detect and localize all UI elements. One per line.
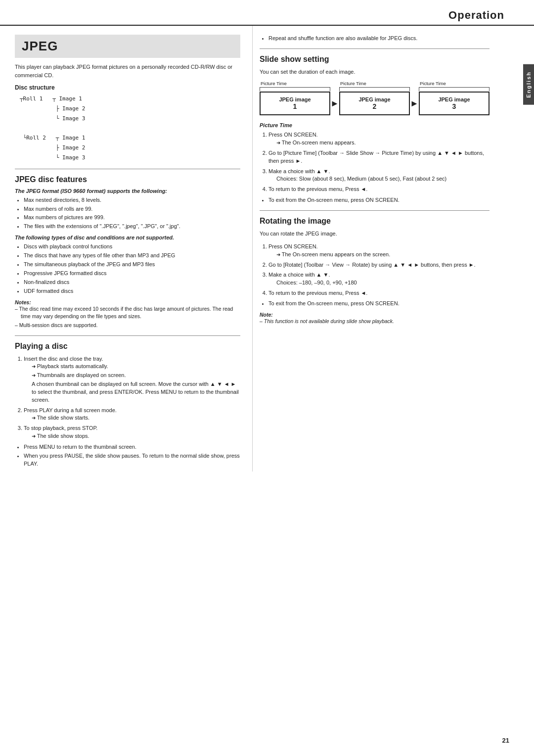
playing-arrow-1b: Thumbnails are displayed on screen. [24,372,240,379]
playing-step-3: To stop playback, press STOP. The slide … [24,424,240,440]
picture-time-diagram: Picture Time Picture Time Picture Time [260,81,490,115]
note-item: The disc read time may exceed 10 seconds… [15,305,240,320]
repeat-shuffle-item: Repeat and shuffle function are also ava… [268,35,490,43]
left-column: JPEG This player can playback JPEG forma… [15,26,252,472]
page-number: 21 [502,737,509,744]
jpeg-section-title: JPEG [15,35,240,58]
rotating-note-list: This function is not available during sl… [260,318,490,325]
features-list: Max nested directories, 8 levels. Max nu… [15,196,240,231]
not-supported-list: Discs with playback control functions Th… [15,243,240,295]
picture-time-steps-list: Press ON SCREEN. The On-screen menu appe… [260,131,490,193]
rotating-bullet: To exit from the On-screen menu, press O… [268,300,490,308]
not-supported-italic-bold: The following types of disc and conditio… [15,235,240,240]
rotating-title: Rotating the image [260,217,490,226]
notes-title: Notes: [15,299,31,305]
rotating-indent-3: Choices: –180, –90, 0, +90, +180 [268,279,490,287]
pt-arrow-text-1: The On-screen menu appears. [268,139,490,147]
pt-step-3: Make a choice with ▲ ▼. Choices: Slow (a… [268,167,490,183]
rotating-steps-list: Press ON SCREEN. The On-screen menu appe… [260,242,490,297]
notes-list: The disc read time may exceed 10 seconds… [15,305,240,330]
playing-bullet-2: When you press PAUSE, the slide show pau… [24,452,240,468]
rotating-note-title: Note: [260,312,273,318]
list-item: UDF formatted discs [24,287,240,295]
disc-structure-tree: ┬Roll 1 ┬ Image 1 ├ Image 2 └ Image 3 └R… [20,94,240,163]
playing-arrow-1a: Playback starts automatically. [24,363,240,371]
list-item: The simultaneous playback of the JPEG an… [24,261,240,269]
divider-3 [260,48,490,49]
playing-steps-list: Insert the disc and close the tray. Play… [15,355,240,440]
repeat-shuffle-list: Repeat and shuffle function are also ava… [260,35,490,43]
rotating-arrow-1: The On-screen menu appears on the screen… [268,251,490,259]
disc-structure-heading: Disc structure [15,84,240,91]
rotating-intro: You can rotate the JPEG image. [260,230,490,238]
rotating-note-section: Note: This function is not available dur… [260,312,490,325]
pt-arrow-2: ► [410,92,419,115]
picture-time-bullet: To exit from the On-screen menu, press O… [268,196,490,204]
pt-arrow-1: ► [330,92,339,115]
slide-show-intro: You can set the duration of each image. [260,68,490,76]
picture-time-images-row: JPEG image 1 ► JPEG image 2 ► JPEG image… [260,92,490,115]
playing-step-1: Insert the disc and close the tray. Play… [24,355,240,404]
playing-arrow-2a: The slide show starts. [24,414,240,422]
english-tab: English [523,64,534,105]
jpeg-intro: This player can playback JPEG format pic… [15,63,240,79]
page: Operation English JPEG This player can p… [0,0,534,756]
jpeg-disc-features-title: JPEG disc features [15,175,240,184]
pt-label-3: Picture Time [419,81,490,86]
rotating-note-item: This function is not available during sl… [260,318,490,325]
picture-time-labels-row: Picture Time Picture Time Picture Time [260,81,490,86]
pt-step-4: To return to the previous menu, Press ◄. [268,185,490,193]
playing-bullets: Press MENU to return to the thumbnail sc… [15,443,240,468]
notes-section: Notes: The disc read time may exceed 10 … [15,299,240,330]
divider-1 [15,169,240,169]
rotating-step-4: To return to the previous menu, Press ◄. [268,289,490,297]
jpeg-image-box-3: JPEG image 3 [419,92,490,115]
slide-show-title: Slide show setting [260,55,490,64]
jpeg-image-box-2: JPEG image 2 [339,92,410,115]
pt-label-1: Picture Time [260,81,330,86]
playing-indent-1: A chosen thumbnail can be displayed on f… [24,380,240,404]
picture-time-braces [260,87,490,91]
pt-label-2: Picture Time [339,81,410,86]
list-item: Non-finalized discs [24,279,240,286]
pt-indent-3: Choices: Slow (about 8 sec), Medium (abo… [268,175,490,183]
list-item: The discs that have any types of file ot… [24,252,240,260]
list-item: Progressive JPEG formatted discs [24,270,240,278]
note-item: Multi-session discs are supported. [15,322,240,329]
right-column: Repeat and shuffle function are also ava… [252,26,490,472]
playing-step-2: Press PLAY during a full screen mode. Th… [24,406,240,422]
rotating-step-3: Make a choice with ▲ ▼. Choices: –180, –… [268,271,490,286]
list-item: Max numbers of pictures are 999. [24,214,240,222]
rotating-bullet-list: To exit from the On-screen menu, press O… [260,300,490,308]
playing-arrow-3a: The slide show stops. [24,432,240,440]
features-italic-bold-1: The JPEG format (ISO 9660 format) suppor… [15,188,240,194]
rotating-step-1: Press ON SCREEN. The On-screen menu appe… [268,242,490,258]
list-item: Max nested directories, 8 levels. [24,196,240,204]
rotating-step-2: Go to [Rotate] (Toolbar → View → Rotate)… [268,261,490,269]
picture-time-italic: Picture Time [260,122,490,128]
playing-disc-title: Playing a disc [15,342,240,351]
list-item: The files with the extensions of ".JPEG"… [24,223,240,231]
playing-bullet-1: Press MENU to return to the thumbnail sc… [24,443,240,451]
operation-title: Operation [448,9,504,21]
list-item: Max numbers of rolls are 99. [24,205,240,213]
picture-time-bullet-list: To exit from the On-screen menu, press O… [260,196,490,204]
operation-header: Operation [0,0,534,26]
divider-2 [15,335,240,336]
list-item: Discs with playback control functions [24,243,240,251]
jpeg-image-box-1: JPEG image 1 [260,92,330,115]
divider-4 [260,210,490,211]
main-content: JPEG This player can playback JPEG forma… [0,26,534,472]
pt-step-2: Go to [Picture Time] (Toolbar → Slide Sh… [268,149,490,165]
pt-step-1: Press ON SCREEN. The On-screen menu appe… [268,131,490,146]
